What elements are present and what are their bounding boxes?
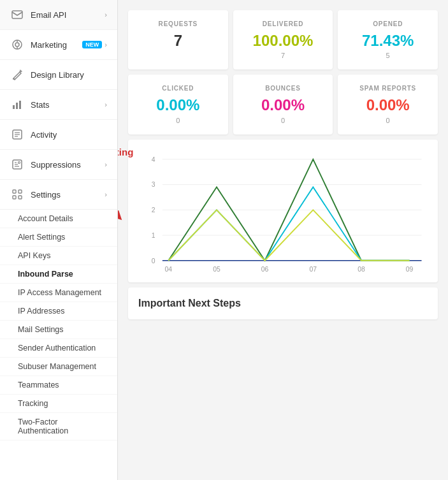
suppressions-chevron-icon: › — [105, 161, 107, 168]
svg-rect-18 — [13, 190, 16, 193]
bounces-label: BOUNCES — [241, 85, 326, 92]
opened-value: 71.43% — [345, 33, 430, 49]
settings-icon — [10, 187, 24, 201]
next-steps-section: Important Next Steps — [128, 287, 438, 319]
svg-rect-7 — [16, 103, 18, 109]
sidebar-item-design-library-label: Design Library — [31, 70, 107, 80]
stat-card-clicked: CLICKED 0.00% 0 — [128, 75, 228, 134]
sidebar-item-marketing-label: Marketing — [31, 40, 80, 50]
delivered-sub: 7 — [241, 52, 326, 59]
sidebar-item-ip-access-management[interactable]: IP Access Management — [0, 284, 117, 302]
delivered-value: 100.00% — [241, 33, 326, 49]
settings-chevron-icon: › — [105, 191, 107, 198]
suppressions-icon — [10, 157, 24, 171]
sidebar: Email API › Marketing NEW › — [0, 0, 118, 480]
sidebar-item-ip-addresses[interactable]: IP Addresses — [0, 302, 117, 321]
svg-point-2 — [15, 43, 19, 47]
stat-card-bounces: BOUNCES 0.00% 0 — [233, 75, 333, 134]
email-api-chevron-icon: › — [105, 11, 107, 18]
sidebar-item-settings-label: Settings — [31, 190, 102, 200]
sidebar-nav-section: Email API › Marketing NEW › — [0, 0, 117, 440]
clicked-value: 0.00% — [136, 97, 220, 113]
sidebar-item-settings[interactable]: Settings › — [0, 180, 117, 210]
clicked-sub: 0 — [136, 117, 220, 124]
svg-rect-20 — [13, 196, 16, 199]
svg-text:1: 1 — [152, 232, 155, 239]
sidebar-item-marketing[interactable]: Marketing NEW › — [0, 30, 117, 60]
delivered-label: DELIVERED — [241, 20, 326, 27]
stat-card-delivered: DELIVERED 100.00% 7 — [233, 10, 333, 69]
sidebar-item-tracking[interactable]: Tracking — [0, 395, 117, 413]
settings-submenu: Account Details Alert Settings API Keys … — [0, 210, 117, 440]
clicked-label: CLICKED — [136, 85, 220, 92]
sidebar-item-activity-label: Activity — [31, 130, 107, 140]
sidebar-item-email-api[interactable]: Email API › — [0, 0, 117, 30]
svg-text:04: 04 — [165, 266, 173, 273]
svg-rect-21 — [18, 196, 22, 199]
sidebar-item-sender-authentication[interactable]: Sender Authentication — [0, 339, 117, 358]
email-api-icon — [10, 8, 24, 22]
spam-sub: 0 — [345, 117, 430, 124]
sidebar-item-teammates[interactable]: Teammates — [0, 376, 117, 395]
stats-chevron-icon: › — [105, 101, 107, 108]
svg-text:09: 09 — [406, 266, 414, 273]
svg-text:07: 07 — [310, 266, 317, 273]
main-content: REQUESTS 7 DELIVERED 100.00% 7 OPENED 71… — [118, 0, 448, 480]
svg-text:08: 08 — [358, 266, 365, 273]
svg-text:06: 06 — [261, 266, 269, 273]
marketing-icon — [10, 38, 24, 52]
svg-text:2: 2 — [152, 207, 155, 214]
spam-label: SPAM REPORTS — [345, 85, 430, 92]
sidebar-item-two-factor[interactable]: Two-Factor Authentication — [0, 413, 117, 440]
requests-label: REQUESTS — [136, 20, 220, 27]
svg-text:4: 4 — [152, 156, 155, 163]
svg-text:05: 05 — [213, 266, 220, 273]
svg-text:3: 3 — [152, 181, 155, 188]
annotation-text: Select this for creating an API Key — [118, 146, 134, 171]
bounces-sub: 0 — [241, 117, 326, 124]
sidebar-item-stats-label: Stats — [31, 100, 102, 110]
activity-icon — [10, 127, 24, 142]
chart-area: Select this for creating an API Key — [128, 140, 438, 282]
sidebar-item-subuser-management[interactable]: Subuser Management — [0, 358, 117, 376]
bounces-value: 0.00% — [241, 97, 326, 113]
stat-card-spam-reports: SPAM REPORTS 0.00% 0 — [338, 75, 438, 134]
stats-icon — [10, 98, 24, 112]
design-library-icon — [10, 68, 24, 82]
spam-value: 0.00% — [345, 97, 430, 113]
next-steps-title: Important Next Steps — [138, 298, 428, 309]
svg-rect-6 — [13, 105, 15, 109]
sidebar-item-activity[interactable]: Activity — [0, 120, 117, 150]
sidebar-item-mail-settings[interactable]: Mail Settings — [0, 321, 117, 339]
stat-card-requests: REQUESTS 7 — [128, 10, 228, 69]
sidebar-item-account-details[interactable]: Account Details — [0, 210, 117, 228]
sidebar-item-suppressions[interactable]: Suppressions › — [0, 150, 117, 180]
requests-value: 7 — [136, 33, 220, 49]
opened-sub: 5 — [345, 52, 430, 59]
svg-point-15 — [18, 162, 20, 164]
opened-label: OPENED — [345, 20, 430, 27]
stat-card-opened: OPENED 71.43% 5 — [338, 10, 438, 69]
svg-rect-19 — [18, 190, 22, 193]
sidebar-item-alert-settings[interactable]: Alert Settings — [0, 228, 117, 247]
svg-rect-0 — [12, 11, 22, 18]
line-chart: 4 3 2 1 0 04 05 06 07 08 09 — [138, 150, 428, 277]
annotation-arrow — [118, 172, 131, 223]
sidebar-item-email-api-label: Email API — [31, 10, 102, 20]
stats-row-1: REQUESTS 7 DELIVERED 100.00% 7 OPENED 71… — [128, 10, 438, 69]
sidebar-item-stats[interactable]: Stats › — [0, 90, 117, 120]
svg-text:0: 0 — [152, 257, 155, 264]
sidebar-item-suppressions-label: Suppressions — [31, 160, 102, 170]
sidebar-item-design-library[interactable]: Design Library — [0, 60, 117, 90]
marketing-badge: NEW — [82, 41, 102, 48]
sidebar-item-api-keys[interactable]: API Keys — [0, 247, 117, 265]
stats-row-2: CLICKED 0.00% 0 BOUNCES 0.00% 0 SPAM REP… — [128, 75, 438, 134]
svg-rect-8 — [19, 101, 21, 109]
sidebar-item-inbound-parse[interactable]: Inbound Parse — [0, 265, 117, 284]
marketing-chevron-icon: › — [105, 41, 107, 48]
